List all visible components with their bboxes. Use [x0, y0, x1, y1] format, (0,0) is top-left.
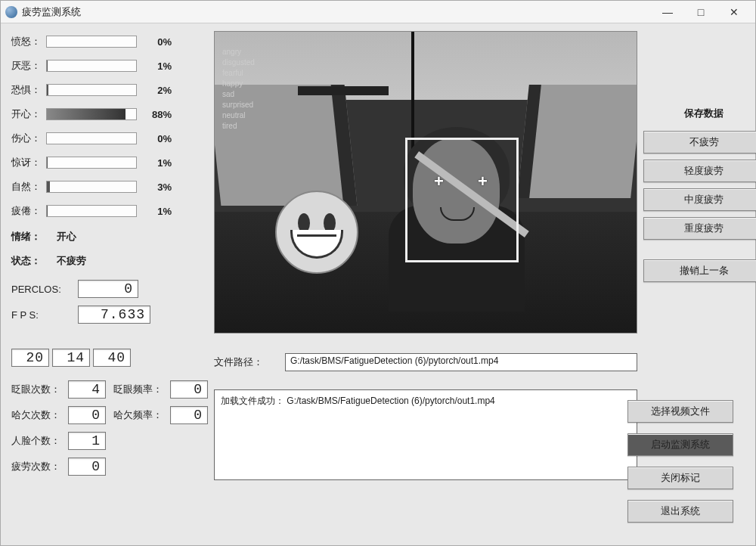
time-hours: 20: [11, 349, 49, 367]
video-preview: angry disgusted fearful happy sad surpri…: [214, 31, 637, 333]
emotion-label: 伤心：: [11, 132, 46, 145]
time-minutes: 14: [52, 349, 90, 367]
btn-mid-fatigue[interactable]: 中度疲劳: [643, 188, 756, 211]
yawn-rate-value: 0: [170, 406, 208, 424]
emotion-row-surprise: 惊讶： 1%: [11, 152, 208, 173]
emotion-pct: 2%: [141, 85, 172, 96]
btn-heavy-fatigue[interactable]: 重度疲劳: [643, 217, 756, 240]
emotion-bar: [46, 157, 137, 169]
emoji-happy-icon: [275, 191, 358, 274]
file-path-row: 文件路径： G:/task/BMS/FatigueDetection (6)/p…: [214, 353, 637, 371]
face-bounding-box: [405, 138, 519, 262]
fatigue-count-label: 疲劳次数：: [11, 460, 60, 473]
emotion-bar: [46, 60, 137, 72]
maximize-button[interactable]: □: [684, 2, 717, 23]
emotion-row-anger: 愤怒： 0%: [11, 31, 208, 52]
btn-select-video[interactable]: 选择视频文件: [627, 400, 733, 423]
file-path-input[interactable]: G:/task/BMS/FatigueDetection (6)/pytorch…: [285, 353, 637, 371]
state-row: 状态： 不疲劳: [11, 252, 208, 270]
fps-value: 7.633: [78, 306, 150, 324]
overlay-bar-happy: [298, 86, 389, 95]
perclos-row: PERCLOS: 0: [11, 278, 208, 300]
window-title: 疲劳监测系统: [22, 5, 651, 19]
blink-rate-label: 眨眼频率：: [113, 383, 163, 396]
emotion-pct: 0%: [141, 133, 172, 144]
yawn-count-value: 0: [68, 406, 106, 424]
emotion-label: 厌恶：: [11, 59, 46, 73]
btn-exit-system[interactable]: 退出系统: [627, 500, 733, 523]
perclos-value: 0: [78, 280, 138, 298]
blink-count-value: 4: [68, 380, 106, 399]
emotion-row-happy: 开心： 88%: [11, 104, 208, 125]
log-output[interactable]: 加载文件成功： G:/task/BMS/FatigueDetection (6)…: [214, 389, 637, 480]
emotion-label: 自然：: [11, 180, 46, 194]
emotion-row-disgust: 厌恶： 1%: [11, 55, 208, 76]
emotion-pct: 1%: [141, 157, 172, 169]
left-panel: 愤怒： 0% 厌恶： 1% 恐惧： 2% 开心： 88% 伤心：: [11, 31, 208, 535]
eye-marker-left: +: [434, 172, 444, 191]
emotion-row-fear: 恐惧： 2%: [11, 79, 208, 101]
mood-label: 情绪：: [11, 230, 57, 244]
btn-not-fatigued[interactable]: 不疲劳: [643, 131, 756, 154]
app-icon: [5, 6, 17, 18]
emotion-label: 愤怒：: [11, 35, 46, 48]
face-count-value: 1: [68, 432, 106, 450]
action-buttons: 选择视频文件 启动监测系统 关闭标记 退出系统: [624, 400, 737, 523]
minimize-button[interactable]: —: [651, 2, 684, 23]
emotion-label: 开心：: [11, 107, 46, 121]
fps-label: F P S:: [11, 309, 72, 321]
blink-rate-value: 0: [170, 380, 208, 399]
yawn-count-label: 哈欠次数：: [11, 408, 60, 422]
perclos-label: PERCLOS:: [11, 284, 72, 295]
emotion-bar: [46, 205, 137, 217]
emotion-row-neutral: 自然： 3%: [11, 176, 208, 197]
btn-light-fatigue[interactable]: 轻度疲劳: [643, 160, 756, 182]
window-controls: — □ ✕: [651, 2, 751, 23]
stats-grid: 眨眼次数： 4 眨眼频率： 0 哈欠次数： 0 哈欠频率： 0 人脸个数： 1 …: [11, 380, 208, 476]
overlay-emotion-list: angry disgusted fearful happy sad surpri…: [222, 47, 255, 132]
face-count-label: 人脸个数：: [11, 434, 60, 448]
emotion-label: 疲倦：: [11, 204, 46, 218]
app-window: 疲劳监测系统 — □ ✕ 愤怒： 0% 厌恶： 1% 恐惧： 2%: [0, 0, 756, 546]
emotion-bar: [46, 36, 137, 48]
center-panel: angry disgusted fearful happy sad surpri…: [214, 31, 637, 535]
emotion-pct: 3%: [141, 181, 172, 193]
emotion-bar: [46, 108, 137, 120]
save-buttons: 不疲劳 轻度疲劳 中度疲劳 重度疲劳 撤销上一条: [643, 131, 756, 282]
mood-value: 开心: [57, 230, 76, 244]
titlebar: 疲劳监测系统 — □ ✕: [1, 1, 755, 23]
file-path-label: 文件路径：: [214, 355, 274, 369]
btn-undo-last[interactable]: 撤销上一条: [643, 259, 756, 282]
emotion-label: 惊讶：: [11, 156, 46, 169]
time-seconds: 40: [93, 349, 131, 367]
emotion-row-tired: 疲倦： 1%: [11, 200, 208, 222]
state-value: 不疲劳: [57, 254, 86, 268]
eye-marker-right: +: [478, 172, 488, 191]
mood-row: 情绪： 开心: [11, 228, 208, 246]
blink-count-label: 眨眼次数：: [11, 383, 60, 396]
emotion-pct: 1%: [141, 206, 172, 217]
emotion-row-sad: 伤心： 0%: [11, 128, 208, 149]
state-label: 状态：: [11, 254, 57, 268]
fps-row: F P S: 7.633: [11, 303, 208, 326]
emotion-label: 恐惧：: [11, 83, 46, 97]
emotion-bar: [46, 132, 137, 144]
emotion-pct: 88%: [141, 109, 172, 120]
btn-close-mark[interactable]: 关闭标记: [627, 467, 733, 489]
btn-start-system[interactable]: 启动监测系统: [627, 433, 733, 456]
emotion-bar: [46, 84, 137, 96]
time-display: 20 14 40: [11, 349, 208, 367]
yawn-rate-label: 哈欠频率：: [113, 408, 163, 422]
fatigue-count-value: 0: [68, 458, 106, 476]
save-header: 保存数据: [643, 107, 756, 120]
emotion-bar: [46, 181, 137, 193]
emotion-pct: 1%: [141, 60, 172, 72]
close-button[interactable]: ✕: [717, 2, 751, 23]
emotion-pct: 0%: [141, 36, 172, 48]
